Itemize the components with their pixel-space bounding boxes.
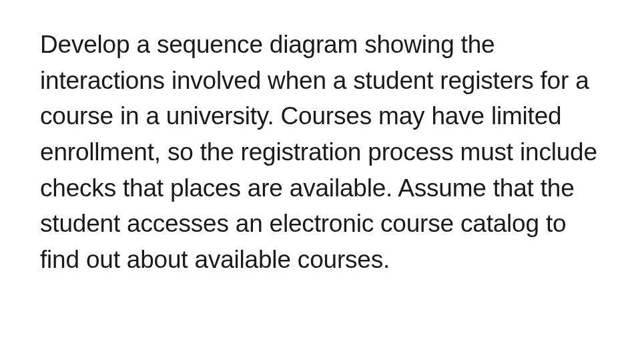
- problem-statement: Develop a sequence diagram showing the i…: [40, 27, 597, 277]
